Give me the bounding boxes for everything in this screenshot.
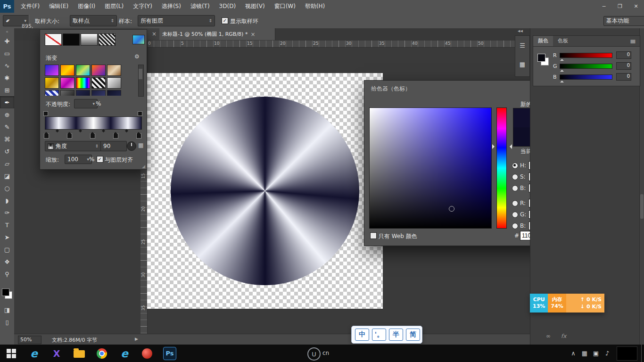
hand-tool[interactable]: ❖ [0,255,14,268]
presets-scrollbar[interactable] [138,65,144,97]
dodge-tool[interactable]: ◗ [0,194,14,206]
gradient-preset-swatch[interactable] [76,90,90,96]
tray-volume-icon[interactable]: ♪ [602,350,613,357]
ime-mode-button[interactable]: '。 [372,329,386,341]
panel-icon-swatches[interactable]: ▦ [515,55,529,74]
gradient-tool[interactable]: ◪ [0,170,14,182]
opacity-stop[interactable] [138,111,142,116]
status-expand-icon[interactable]: ▶ [135,337,138,341]
blur-tool[interactable]: ○ [0,182,14,194]
tray-chevron-up-icon[interactable]: ∧ [568,350,579,357]
gradient-preset-swatch[interactable] [107,77,121,89]
gradient-preset-swatch[interactable] [60,90,74,96]
screen-mode-button[interactable]: ▯ [0,316,14,328]
quick-mask-button[interactable]: ◨ [0,304,14,316]
eyedropper-tool[interactable]: ✒ [0,96,14,108]
lasso-tool[interactable]: ∿ [0,59,14,72]
brush-tool[interactable]: ✎ [0,121,14,133]
gear-icon[interactable]: ⚙ [134,53,140,60]
gradient-preset-swatch[interactable] [45,90,59,96]
marquee-tool[interactable]: ▭ [0,47,14,59]
saturation-brightness-field[interactable] [369,107,492,229]
field-radio[interactable] [512,200,518,206]
history-brush-tool[interactable]: ↺ [0,145,14,157]
menu-item[interactable]: 编辑(E) [44,0,73,13]
path-selection-tool[interactable]: ➤ [0,231,14,243]
gradient-preset-swatch[interactable] [76,77,90,89]
current-gradient-thumbnail[interactable] [132,35,145,44]
menu-item[interactable]: 文字(Y) [128,0,157,13]
menu-item[interactable]: 窗口(W) [270,0,300,13]
minimize-button[interactable]: ─ [596,0,612,13]
gradient-preset-swatch[interactable] [91,65,106,76]
gradient-preset-swatch[interactable] [91,77,106,89]
field-radio[interactable] [512,212,518,218]
healing-brush-tool[interactable]: ⊕ [0,108,14,121]
zoom-level-input[interactable]: 50% [18,336,41,344]
horizontal-ruler[interactable]: 05101520253035404550 [140,41,530,48]
quick-selection-tool[interactable]: ✱ [0,72,14,84]
menu-item[interactable]: 选择(S) [157,0,186,13]
menu-item[interactable]: 视图(V) [240,0,270,13]
black-swatch[interactable] [63,33,80,46]
gradient-preset-swatch[interactable] [45,65,59,76]
color-stop[interactable] [113,133,118,139]
gradient-preset-swatch[interactable] [91,90,106,96]
document-tab-active[interactable]: 未标题-1 @ 50% (椭圆 1, RGB/8) * × [159,28,275,40]
midpoint-diamond[interactable] [125,129,128,132]
panel-icon-properties[interactable]: ☰ [515,36,529,55]
menu-item[interactable]: 文件(F) [16,0,44,13]
pen-tool[interactable]: ✑ [0,206,14,219]
none-swatch[interactable] [45,33,62,46]
tab-close-icon[interactable]: × [250,31,255,38]
channel-value-input[interactable]: 0 [616,73,631,81]
tray-display-icon[interactable]: ▣ [590,350,602,357]
taskbar-ie-icon[interactable]: e [23,345,45,362]
panel-menu-icon[interactable]: ≡ [630,37,636,46]
type-tool[interactable]: T [0,219,14,231]
menu-item[interactable]: 图像(I) [73,0,100,13]
shape-tool[interactable]: ▢ [0,243,14,255]
opacity-select[interactable]: ▾ [74,99,98,108]
web-colors-only-checkbox[interactable] [370,232,377,239]
ime-mode-button[interactable]: 半 [389,329,403,341]
channel-slider[interactable] [560,74,612,80]
workspace-switcher[interactable]: 基本功能 [603,16,644,26]
menu-item[interactable]: 3D(D) [215,0,240,13]
taskbar-file-explorer-icon[interactable] [68,345,91,362]
field-radio[interactable] [512,174,518,180]
ime-mode-button[interactable]: 中 [355,329,369,341]
midpoint-diamond[interactable] [102,129,105,132]
restore-button[interactable]: ❐ [612,0,628,13]
gradient-preset-swatch[interactable] [60,77,74,89]
channel-slider[interactable] [560,53,612,58]
start-button[interactable] [0,345,23,362]
menu-item[interactable]: 图层(L) [100,0,128,13]
zoom-tool[interactable]: ⚲ [0,268,14,280]
midpoint-diamond[interactable] [79,129,82,132]
layer-style-fx-icon[interactable]: fx [561,333,566,339]
color-stop[interactable] [90,133,95,139]
gray-gradient-swatch[interactable] [81,33,98,46]
clone-stamp-tool[interactable]: ⌘ [0,133,14,145]
sample-select[interactable]: 所有图层⇕ [138,15,215,26]
field-radio[interactable] [512,223,518,229]
hue-slider[interactable] [496,107,507,229]
tray-grid-icon[interactable]: ▦ [579,350,590,357]
show-sampling-ring-checkbox[interactable]: ✓ [222,17,228,24]
foreground-color-chip[interactable] [537,54,545,62]
channel-slider[interactable] [560,64,612,69]
collapse-tools-icon[interactable]: « [0,28,14,35]
taskbar-ie2-icon[interactable]: e [113,345,136,362]
move-tool[interactable]: ✚ [0,35,14,47]
opacity-stop[interactable] [43,111,48,116]
color-stop[interactable] [44,133,49,139]
pattern-swatch[interactable] [99,33,116,46]
menu-item[interactable]: 滤镜(T) [186,0,215,13]
taskbar-mindmaster-icon[interactable]: X [45,345,68,362]
eraser-tool[interactable]: ▱ [0,157,14,170]
gradient-preset-swatch[interactable] [60,65,74,76]
scale-select[interactable]: 100▾ [65,155,92,164]
align-with-layer-checkbox[interactable]: ✓ [97,156,103,163]
gradient-preset-swatch[interactable] [107,65,121,76]
